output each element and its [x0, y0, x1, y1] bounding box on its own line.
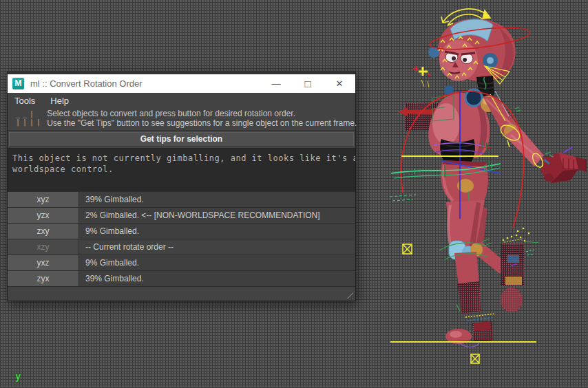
minimize-button[interactable]: —: [260, 74, 292, 93]
rotation-order-row-xyz: xyz 39% Gimballed.: [8, 192, 355, 208]
get-tips-button[interactable]: Get tips for selection: [9, 132, 354, 147]
maya-viewport[interactable]: M ml :: Convert Rotation Order — □ ✕ Too…: [0, 0, 588, 388]
order-button-yzx[interactable]: yzx: [8, 208, 79, 223]
rotation-order-row-yxz: yxz 9% Gimballed.: [8, 255, 355, 271]
selection-handle-marker-1[interactable]: [403, 244, 412, 254]
console-line-1: This object is not currently gimballing,…: [12, 153, 350, 164]
order-button-xzy: xzy: [8, 239, 79, 255]
order-button-zxy[interactable]: zxy: [8, 224, 79, 239]
order-label-yzx: 2% Gimballed. <-- [NON-WORLDSPACE RECOMM…: [79, 208, 320, 223]
window-footer: [8, 287, 355, 301]
close-button[interactable]: ✕: [324, 74, 355, 93]
hand-rig-tick: [563, 147, 572, 153]
window-title: ml :: Convert Rotation Order: [30, 78, 260, 89]
rotation-order-row-zxy: zxy 9% Gimballed.: [8, 224, 355, 239]
tool-glyph-icon: _ _ | | | | |: [16, 110, 40, 128]
resize-grip[interactable]: [344, 290, 353, 299]
console-line-2: worldspace control.: [12, 164, 350, 175]
menu-tools[interactable]: Tools: [14, 96, 35, 106]
info-line-2: Use the "Get Tips" button to see suggest…: [47, 118, 357, 128]
tips-output-console: This object is not currently gimballing,…: [8, 148, 355, 191]
order-label-zyx: 39% Gimballed.: [79, 271, 144, 286]
order-button-zyx[interactable]: zyx: [8, 271, 79, 286]
character-legs: [445, 200, 524, 344]
order-label-xyz: 39% Gimballed.: [79, 192, 144, 207]
rotation-order-row-zyx: zyx 39% Gimballed.: [8, 271, 355, 287]
selection-handle-marker-2[interactable]: [471, 354, 479, 363]
order-button-yxz[interactable]: yxz: [8, 255, 79, 270]
character-model[interactable]: [379, 0, 588, 388]
viewport-y-axis-label: y: [15, 371, 21, 382]
selection-markers: [413, 66, 430, 87]
character-head: [428, 9, 531, 84]
maya-app-icon: M: [12, 78, 24, 89]
menu-help[interactable]: Help: [50, 96, 69, 106]
title-bar[interactable]: M ml :: Convert Rotation Order — □ ✕: [8, 74, 355, 93]
maximize-button[interactable]: □: [292, 74, 324, 93]
order-label-zxy: 9% Gimballed.: [79, 224, 139, 239]
dialog-window: M ml :: Convert Rotation Order — □ ✕ Too…: [7, 71, 356, 301]
menu-bar: Tools Help: [8, 93, 355, 107]
rotation-order-row-xzy: xzy -- Current rotate order --: [8, 239, 355, 255]
order-label-yxz: 9% Gimballed.: [79, 255, 139, 270]
order-button-xyz[interactable]: xyz: [8, 192, 79, 207]
info-section: _ _ | | | | | Select objects to convert …: [8, 107, 355, 131]
rotation-order-list: xyz 39% Gimballed. yzx 2% Gimballed. <--…: [8, 191, 355, 287]
order-label-xzy: -- Current rotate order --: [79, 239, 174, 255]
info-line-1: Select objects to convert and press butt…: [47, 109, 357, 118]
rotation-order-row-yzx: yzx 2% Gimballed. <-- [NON-WORLDSPACE RE…: [8, 208, 355, 224]
